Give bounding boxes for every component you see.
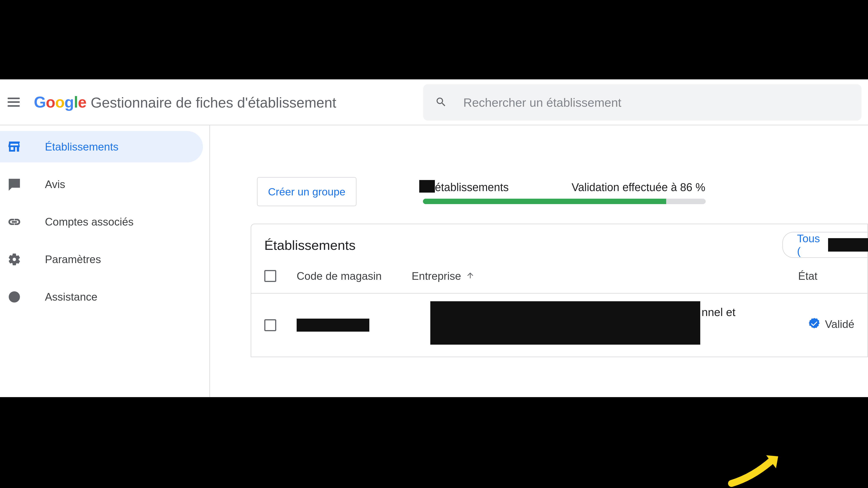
sidebar-item-linked-accounts[interactable]: Comptes associés xyxy=(0,206,203,237)
brand: Google Gestionnaire de fiches d'établiss… xyxy=(34,93,336,111)
validation-label: Validation effectuée à 86 % xyxy=(571,181,705,194)
verified-icon xyxy=(809,318,819,331)
search-bar[interactable] xyxy=(423,84,862,121)
main-content: Créer un groupe établissements Validatio… xyxy=(210,125,868,397)
column-business-label: Entreprise xyxy=(412,270,461,282)
table-header: Code de magasin Entreprise État xyxy=(251,259,867,294)
sidebar-item-settings[interactable]: Paramètres xyxy=(0,243,203,275)
establishments-panel: Établissements Tous ( Code de magasin En… xyxy=(251,224,868,357)
reviews-icon xyxy=(8,177,21,191)
sidebar-item-reviews[interactable]: Avis xyxy=(0,168,203,200)
select-all-checkbox[interactable] xyxy=(264,270,276,282)
sidebar-item-label: Paramètres xyxy=(45,253,101,266)
redacted-filter-count xyxy=(828,238,868,252)
gear-icon xyxy=(8,253,21,266)
link-icon xyxy=(8,215,21,229)
sidebar-item-label: Avis xyxy=(45,178,65,191)
sidebar-item-help[interactable]: Assistance xyxy=(0,281,203,313)
validation-progress-fill xyxy=(423,199,666,204)
column-business[interactable]: Entreprise xyxy=(412,270,737,282)
help-icon xyxy=(8,290,21,304)
redacted-store-code xyxy=(297,319,369,332)
establishments-count-label: établissements xyxy=(435,181,509,194)
table-row[interactable]: nnel et Validé xyxy=(251,294,867,357)
search-input[interactable] xyxy=(463,95,832,109)
status-label: Validé xyxy=(825,318,854,330)
sidebar-item-label: Établissements xyxy=(45,140,119,153)
search-icon xyxy=(435,96,447,109)
sort-asc-icon xyxy=(466,270,474,282)
annotation-arrow xyxy=(727,453,783,488)
menu-button[interactable] xyxy=(8,98,20,107)
filter-label: Tous ( xyxy=(797,232,826,257)
column-state: État xyxy=(798,270,817,282)
google-logo: Google xyxy=(34,93,86,111)
storefront-icon xyxy=(8,140,21,154)
redacted-business-name xyxy=(430,301,700,345)
row-checkbox[interactable] xyxy=(264,319,276,331)
business-name-fragment: nnel et xyxy=(702,305,736,319)
filter-all-button[interactable]: Tous ( xyxy=(782,232,868,258)
column-store-code[interactable]: Code de magasin xyxy=(297,270,412,282)
sidebar-item-establishments[interactable]: Établissements xyxy=(0,131,203,162)
validation-progress xyxy=(423,199,706,204)
sidebar-item-label: Comptes associés xyxy=(45,216,134,228)
svg-point-1 xyxy=(14,299,15,300)
sidebar: Établissements Avis Comptes associés xyxy=(0,125,210,397)
app-title: Gestionnaire de fiches d'établissement xyxy=(91,94,336,111)
sidebar-item-label: Assistance xyxy=(45,291,97,303)
redacted-count xyxy=(419,180,435,193)
panel-title: Établissements xyxy=(264,237,355,253)
create-group-button[interactable]: Créer un groupe xyxy=(257,177,356,206)
status-cell: Validé xyxy=(809,318,854,331)
